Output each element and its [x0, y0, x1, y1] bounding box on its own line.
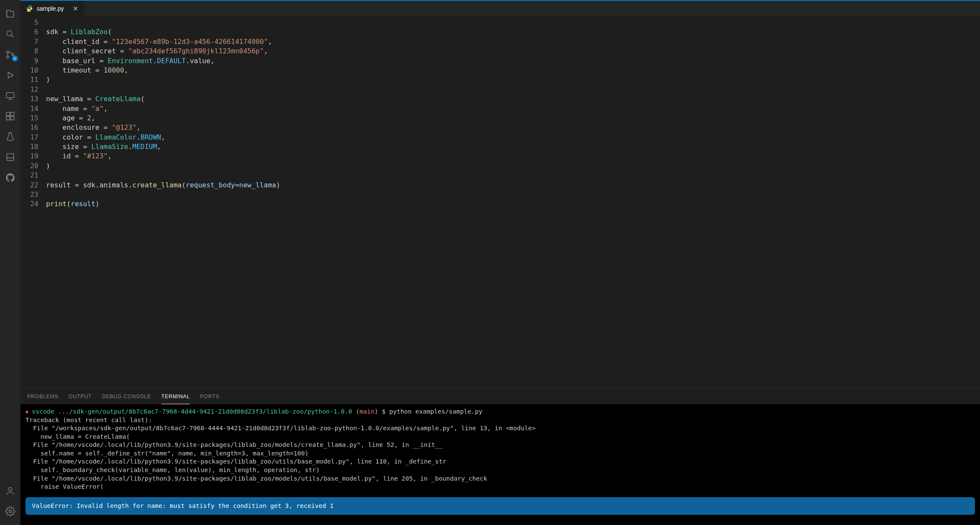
- activity-bar: 6: [0, 0, 20, 525]
- code-line[interactable]: id = "#123",: [46, 152, 980, 161]
- explorer-icon[interactable]: [0, 3, 20, 24]
- svg-rect-9: [6, 112, 10, 116]
- line-number: 6: [20, 27, 38, 37]
- code-line[interactable]: enclosure = "@123",: [46, 123, 980, 132]
- code-line[interactable]: result = sdk.animals.create_llama(reques…: [46, 181, 980, 190]
- line-number: 15: [20, 114, 38, 123]
- close-tab-icon[interactable]: [72, 5, 79, 12]
- code-line[interactable]: client_secret = "abc234def567ghi890jkl12…: [46, 47, 980, 56]
- terminal-output-line: File "/home/vscode/.local/lib/python3.9/…: [26, 458, 975, 466]
- settings-icon[interactable]: [0, 501, 20, 522]
- svg-rect-11: [6, 117, 10, 120]
- terminal-output-line: File "/home/vscode/.local/lib/python3.9/…: [26, 475, 975, 483]
- terminal-error-highlight: ValueError: Invalid length for name: mus…: [26, 497, 975, 515]
- line-gutter: 56789101112131415161718192021222324: [20, 18, 46, 388]
- line-number: 19: [20, 152, 38, 161]
- scm-badge: 6: [12, 55, 18, 61]
- svg-line-1: [11, 35, 14, 38]
- run-debug-icon[interactable]: [0, 65, 20, 85]
- github-icon[interactable]: [0, 167, 20, 188]
- panel-tab-output[interactable]: OUTPUT: [69, 389, 92, 404]
- panel-icon[interactable]: [0, 147, 20, 167]
- line-number: 11: [20, 75, 38, 85]
- line-number: 8: [20, 47, 38, 56]
- testing-icon[interactable]: [0, 126, 20, 147]
- code-line[interactable]: size = LlamaSize.MEDIUM,: [46, 142, 980, 152]
- line-number: 21: [20, 171, 38, 180]
- panel-tabs: PROBLEMSOUTPUTDEBUG CONSOLETERMINALPORTS: [20, 389, 980, 404]
- line-number: 17: [20, 133, 38, 142]
- line-number: 14: [20, 104, 38, 114]
- line-number: 22: [20, 181, 38, 190]
- line-number: 13: [20, 94, 38, 104]
- code-line[interactable]: print(result): [46, 199, 980, 209]
- bottom-panel: PROBLEMSOUTPUTDEBUG CONSOLETERMINALPORTS…: [20, 388, 980, 525]
- svg-point-3: [6, 56, 9, 58]
- panel-tab-problems[interactable]: PROBLEMS: [27, 389, 58, 404]
- code-line[interactable]: new_llama = CreateLlama(: [46, 94, 980, 104]
- panel-tab-ports[interactable]: PORTS: [200, 389, 219, 404]
- code-line[interactable]: [46, 190, 980, 199]
- code-line[interactable]: base_url = Environment.DEFAULT.value,: [46, 56, 980, 66]
- line-number: 23: [20, 190, 38, 199]
- terminal-output-line: Traceback (most recent call last):: [26, 416, 975, 425]
- panel-tab-debug-console[interactable]: DEBUG CONSOLE: [102, 389, 151, 404]
- code-line[interactable]: name = "a",: [46, 104, 980, 114]
- code-line[interactable]: ): [46, 161, 980, 171]
- code-line[interactable]: color = LlamaColor.BROWN,: [46, 133, 980, 142]
- python-file-icon: [26, 5, 33, 12]
- line-number: 16: [20, 123, 38, 132]
- tab-bar: sample.py: [20, 0, 980, 16]
- main-area: sample.py 567891011121314151617181920212…: [20, 0, 980, 525]
- remote-explorer-icon[interactable]: [0, 85, 20, 106]
- code-line[interactable]: [46, 85, 980, 94]
- terminal-output-line: self.name = self._define_str("name", nam…: [26, 449, 975, 458]
- svg-rect-6: [6, 93, 14, 98]
- terminal-output-line: File "/home/vscode/.local/lib/python3.9/…: [26, 441, 975, 449]
- svg-point-2: [6, 51, 9, 53]
- line-number: 24: [20, 199, 38, 209]
- line-number: 20: [20, 161, 38, 171]
- source-control-icon[interactable]: 6: [0, 44, 20, 65]
- code-line[interactable]: age = 2,: [46, 114, 980, 123]
- svg-point-16: [9, 510, 12, 513]
- tab-sample-py[interactable]: sample.py: [20, 1, 84, 16]
- svg-rect-13: [7, 154, 14, 160]
- panel-tab-terminal[interactable]: TERMINAL: [161, 389, 190, 404]
- line-number: 7: [20, 37, 38, 47]
- code-line[interactable]: [46, 171, 980, 180]
- svg-rect-12: [11, 117, 14, 120]
- code-line[interactable]: timeout = 10000,: [46, 66, 980, 75]
- svg-point-15: [9, 487, 12, 491]
- line-number: 5: [20, 18, 38, 27]
- terminal-output-line: new_llama = CreateLlama(: [26, 433, 975, 441]
- line-number: 12: [20, 85, 38, 94]
- svg-point-0: [7, 31, 12, 36]
- search-icon[interactable]: [0, 24, 20, 44]
- code-content[interactable]: sdk = LiblabZoo( client_id = "123e4567-e…: [46, 18, 980, 388]
- terminal-output-line: raise ValueError(: [26, 483, 975, 491]
- code-line[interactable]: [46, 18, 980, 27]
- svg-marker-5: [8, 72, 13, 78]
- code-line[interactable]: sdk = LiblabZoo(: [46, 27, 980, 37]
- line-number: 18: [20, 142, 38, 152]
- code-editor[interactable]: 56789101112131415161718192021222324 sdk …: [20, 16, 980, 388]
- tab-filename: sample.py: [37, 5, 64, 12]
- code-line[interactable]: ): [46, 75, 980, 85]
- line-number: 9: [20, 56, 38, 66]
- terminal-output-line: File "/workspaces/sdk-gen/output/8b7c6ac…: [26, 424, 975, 433]
- extensions-icon[interactable]: [0, 106, 20, 126]
- accounts-icon[interactable]: [0, 481, 20, 501]
- code-line[interactable]: client_id = "123e4567-e89b-12d3-a456-426…: [46, 37, 980, 47]
- svg-rect-10: [11, 112, 14, 116]
- terminal-output-line: self._boundary_check(variable_name, len(…: [26, 466, 975, 475]
- terminal-prompt-line: ● vscode .../sdk-gen/output/8b7c6ac7-796…: [26, 408, 975, 416]
- line-number: 10: [20, 66, 38, 75]
- terminal-content[interactable]: ● vscode .../sdk-gen/output/8b7c6ac7-796…: [20, 404, 980, 525]
